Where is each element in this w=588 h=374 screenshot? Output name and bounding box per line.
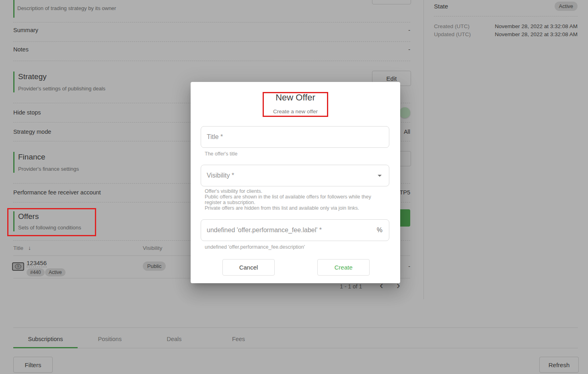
title-helper: The offer's title — [205, 151, 237, 157]
performance-fee-helper: undefined 'offer.performance_fee.descrip… — [205, 244, 305, 250]
cancel-button[interactable]: Cancel — [222, 259, 275, 276]
page: Description of trading strategy by its o… — [0, 0, 588, 374]
percent-suffix: % — [377, 227, 389, 234]
visibility-select-label: Visibility * — [201, 172, 378, 179]
title-field[interactable] — [201, 126, 389, 148]
visibility-select[interactable]: Visibility * — [201, 165, 389, 186]
performance-fee-input[interactable] — [201, 227, 377, 234]
title-input[interactable] — [201, 133, 389, 141]
chevron-down-icon — [378, 175, 382, 177]
annotation-box-new-offer — [263, 92, 328, 117]
annotation-box-offers — [7, 208, 96, 236]
performance-fee-field[interactable]: % — [201, 219, 389, 241]
create-button[interactable]: Create — [317, 259, 370, 276]
visibility-helper: Offer's visibility for clients. Public o… — [205, 188, 378, 211]
